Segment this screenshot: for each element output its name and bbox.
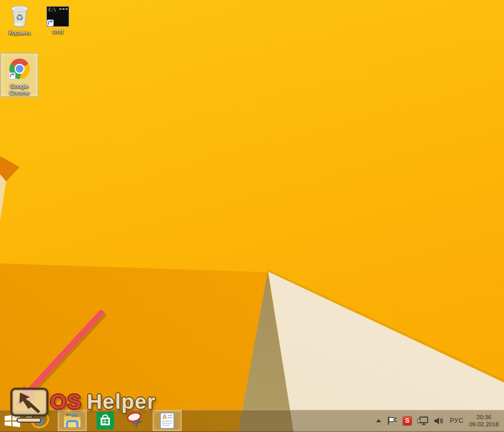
desktop-icon-label-line2: Chrome xyxy=(9,90,29,96)
recycle-bin-icon: ♻ xyxy=(9,3,30,28)
chevron-up-icon xyxy=(376,419,382,423)
desktop-icon-google-chrome[interactable]: Google Chrome xyxy=(1,53,38,97)
tray-app-s-badge[interactable]: S xyxy=(403,417,412,425)
show-hidden-icons-button[interactable] xyxy=(376,419,382,423)
store-icon xyxy=(96,412,114,429)
wordpad-icon: A xyxy=(160,412,174,429)
speaker-icon xyxy=(434,417,444,425)
taskbar-clock[interactable]: 20:36 09.02.2018 xyxy=(469,413,499,428)
network-status-button[interactable] xyxy=(417,417,428,425)
flag-icon xyxy=(387,417,397,425)
taskbar-item-wordpad[interactable]: A xyxy=(153,410,182,431)
volume-button[interactable] xyxy=(434,417,444,425)
desktop-icon-cmd[interactable]: C:\ cmd xyxy=(43,6,72,35)
logo-text-helper: Helper xyxy=(87,390,156,413)
desktop-icon-label-line1: Google xyxy=(10,83,28,90)
network-icon xyxy=(417,417,428,425)
shortcut-arrow-icon xyxy=(47,20,54,26)
desktop-icon-recycle-bin[interactable]: ♻ Корзина xyxy=(4,3,35,36)
action-center-button[interactable] xyxy=(387,417,397,425)
chrome-icon xyxy=(8,58,31,80)
system-tray: S РУС 20:36 09.02.2018 xyxy=(376,410,504,431)
desktop-icon-label: cmd xyxy=(53,28,63,35)
language-indicator[interactable]: РУС xyxy=(450,417,464,424)
svg-text:♻: ♻ xyxy=(15,13,23,23)
clock-date: 09.02.2018 xyxy=(469,421,499,428)
cmd-icon: C:\ xyxy=(46,6,69,27)
os-helper-watermark: OSHelper xyxy=(50,390,156,414)
logo-text-os: OS xyxy=(50,390,82,413)
clock-time: 20:36 xyxy=(469,413,499,421)
logo-monitor-stand-base xyxy=(17,418,41,423)
svg-text:A: A xyxy=(162,413,167,421)
os-helper-logo-monitor-icon xyxy=(10,388,48,417)
snipping-tool-icon: ✂ xyxy=(126,412,146,429)
desktop-icon-label: Корзина xyxy=(9,29,30,36)
cmd-icon-window-controls xyxy=(59,8,68,10)
windows-desktop: { "colors": { "wallpaper_top": "#fdc50f"… xyxy=(0,0,504,432)
cmd-icon-prompt-text: C:\ xyxy=(48,8,56,12)
file-explorer-icon xyxy=(63,413,82,428)
